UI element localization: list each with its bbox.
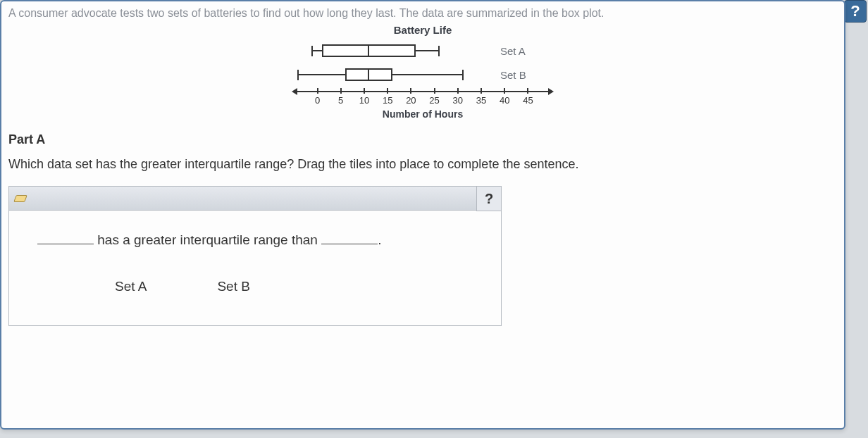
tile-set-a[interactable]: Set A: [108, 276, 154, 297]
x-axis-label: Number of Hours: [275, 108, 571, 120]
chart-title: Battery Life: [275, 24, 571, 36]
axis-tick: 20: [411, 88, 411, 106]
page-help-button[interactable]: ?: [844, 0, 867, 23]
sentence-mid: has a greater interquartile range than: [94, 232, 321, 247]
axis-tick: 35: [481, 88, 482, 106]
sentence-end: .: [378, 232, 381, 247]
axis-tick: 25: [434, 88, 435, 106]
answer-panel: ? has a greater interquartile range than…: [8, 186, 502, 326]
part-label: Part A: [8, 132, 837, 147]
problem-statement: A consumer advocate tests two sets of ba…: [8, 7, 837, 20]
panel-body: has a greater interquartile range than .…: [9, 211, 501, 325]
boxplot-row-a: Set A: [275, 40, 571, 61]
tile-tray: Set A Set B: [37, 276, 473, 297]
boxplot-row-b: Set B: [275, 64, 571, 85]
axis-tick: 15: [388, 88, 388, 106]
blank-2[interactable]: [321, 232, 378, 244]
panel-toolbar: ?: [9, 187, 501, 211]
axis-tick: 30: [457, 88, 458, 106]
blank-1[interactable]: [37, 232, 94, 244]
axis-tick: 10: [364, 88, 364, 106]
tile-set-b[interactable]: Set B: [210, 276, 256, 297]
axis-tick: 40: [504, 88, 505, 106]
fill-sentence: has a greater interquartile range than .: [37, 232, 473, 248]
box-plot-chart: Battery Life Set A Set B 051015202530354…: [275, 24, 571, 120]
series-label-b: Set B: [500, 69, 526, 81]
x-axis: 051015202530354045: [303, 88, 542, 106]
eraser-icon[interactable]: [13, 191, 29, 205]
panel-help-button[interactable]: ?: [476, 186, 502, 211]
axis-tick: 5: [340, 88, 341, 106]
question-text: Which data set has the greater interquar…: [8, 157, 837, 172]
problem-container: A consumer advocate tests two sets of ba…: [0, 0, 845, 430]
axis-tick: 45: [528, 88, 528, 106]
series-label-a: Set A: [500, 45, 526, 57]
axis-tick: 0: [317, 88, 318, 106]
